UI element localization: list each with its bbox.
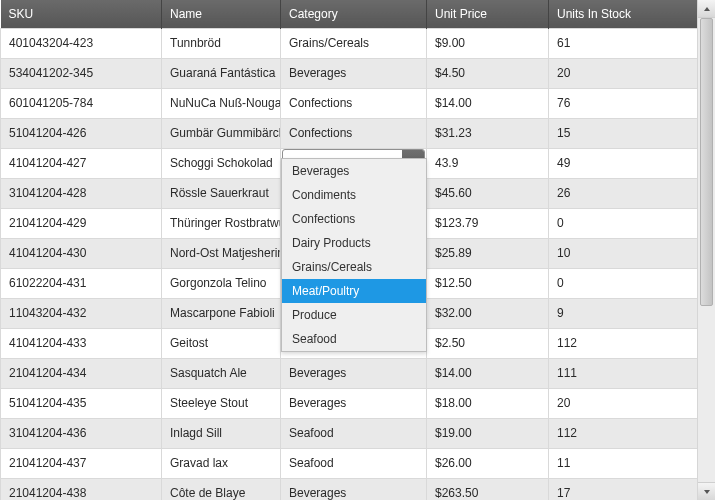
cell-unit-price[interactable]: $4.50 bbox=[427, 58, 549, 88]
cell-units-in_stock[interactable]: 61 bbox=[549, 28, 698, 58]
dropdown-option[interactable]: Meat/Poultry bbox=[282, 279, 426, 303]
cell-units-in_stock[interactable]: 20 bbox=[549, 58, 698, 88]
dropdown-option[interactable]: Confections bbox=[282, 207, 426, 231]
cell-category[interactable]: Seafood bbox=[281, 448, 427, 478]
cell-unit-price[interactable]: $9.00 bbox=[427, 28, 549, 58]
cell-units-in_stock[interactable]: 112 bbox=[549, 328, 698, 358]
table-row[interactable]: 401043204-423TunnbrödGrains/Cereals$9.00… bbox=[1, 28, 698, 58]
cell-sku[interactable]: 31041204-436 bbox=[1, 418, 162, 448]
cell-name[interactable]: Rössle Sauerkraut bbox=[162, 178, 281, 208]
table-row[interactable]: 601041205-784NuNuCa Nuß-Nougat-CremConfe… bbox=[1, 88, 698, 118]
col-header-sku[interactable]: SKU bbox=[1, 0, 162, 28]
cell-sku[interactable]: 21041204-438 bbox=[1, 478, 162, 500]
cell-unit-price[interactable]: $14.00 bbox=[427, 358, 549, 388]
table-row[interactable]: 21041204-434Sasquatch AleBeverages$14.00… bbox=[1, 358, 698, 388]
cell-name[interactable]: Sasquatch Ale bbox=[162, 358, 281, 388]
cell-unit-price[interactable]: $25.89 bbox=[427, 238, 549, 268]
cell-category[interactable]: Seafood bbox=[281, 418, 427, 448]
cell-name[interactable]: NuNuCa Nuß-Nougat-Crem bbox=[162, 88, 281, 118]
category-dropdown-list[interactable]: BeveragesCondimentsConfectionsDairy Prod… bbox=[281, 158, 427, 352]
cell-unit-price[interactable]: $14.00 bbox=[427, 88, 549, 118]
dropdown-option[interactable]: Condiments bbox=[282, 183, 426, 207]
cell-name[interactable]: Côte de Blaye bbox=[162, 478, 281, 500]
dropdown-option[interactable]: Grains/Cereals bbox=[282, 255, 426, 279]
cell-name[interactable]: Tunnbröd bbox=[162, 28, 281, 58]
cell-unit-price[interactable]: $2.50 bbox=[427, 328, 549, 358]
cell-name[interactable]: Gumbär Gummibärchen bbox=[162, 118, 281, 148]
cell-sku[interactable]: 31041204-428 bbox=[1, 178, 162, 208]
cell-category[interactable]: Grains/Cereals bbox=[281, 28, 427, 58]
units-in-stock-input[interactable] bbox=[549, 149, 697, 177]
cell-name[interactable]: Thüringer Rostbratwurst bbox=[162, 208, 281, 238]
cell-unit-price[interactable]: $263.50 bbox=[427, 478, 549, 500]
cell-sku[interactable]: 61022204-431 bbox=[1, 268, 162, 298]
cell-name[interactable]: Steeleye Stout bbox=[162, 388, 281, 418]
table-row[interactable]: 534041202-345Guaraná FantásticaBeverages… bbox=[1, 58, 698, 88]
cell-units-in_stock[interactable]: 9 bbox=[549, 298, 698, 328]
cell-units-in_stock[interactable]: 0 bbox=[549, 268, 698, 298]
cell-units-in_stock[interactable]: 26 bbox=[549, 178, 698, 208]
cell-category[interactable]: Beverages bbox=[281, 58, 427, 88]
cell-name[interactable]: Mascarpone Fabioli bbox=[162, 298, 281, 328]
table-row[interactable]: 51041204-435Steeleye StoutBeverages$18.0… bbox=[1, 388, 698, 418]
cell-unit-price[interactable]: $12.50 bbox=[427, 268, 549, 298]
vertical-scrollbar[interactable] bbox=[697, 0, 715, 500]
cell-unit-price[interactable]: $19.00 bbox=[427, 418, 549, 448]
cell-sku[interactable]: 51041204-426 bbox=[1, 118, 162, 148]
cell-units-in_stock[interactable]: 0 bbox=[549, 208, 698, 238]
cell-name[interactable]: Nord-Ost Matjeshering bbox=[162, 238, 281, 268]
cell-unit-price[interactable]: $32.00 bbox=[427, 298, 549, 328]
cell-category[interactable]: Confections bbox=[281, 88, 427, 118]
cell-sku[interactable]: 41041204-430 bbox=[1, 238, 162, 268]
cell-name[interactable]: Guaraná Fantástica bbox=[162, 58, 281, 88]
table-row[interactable]: 51041204-426Gumbär GummibärchenConfectio… bbox=[1, 118, 698, 148]
table-row[interactable]: 21041204-437Gravad laxSeafood$26.0011 bbox=[1, 448, 698, 478]
cell-sku[interactable]: 534041202-345 bbox=[1, 58, 162, 88]
cell-unit-price[interactable]: $26.00 bbox=[427, 448, 549, 478]
cell-units-in_stock[interactable]: 76 bbox=[549, 88, 698, 118]
cell-sku[interactable]: 51041204-435 bbox=[1, 388, 162, 418]
sku-input[interactable] bbox=[1, 149, 161, 177]
dropdown-option[interactable]: Produce bbox=[282, 303, 426, 327]
name-input[interactable] bbox=[162, 149, 280, 177]
cell-name[interactable]: Gravad lax bbox=[162, 448, 281, 478]
cell-name[interactable]: Geitost bbox=[162, 328, 281, 358]
cell-category[interactable]: Confections bbox=[281, 118, 427, 148]
dropdown-option[interactable]: Beverages bbox=[282, 159, 426, 183]
cell-units-in_stock[interactable]: 111 bbox=[549, 358, 698, 388]
col-header-name[interactable]: Name bbox=[162, 0, 281, 28]
scroll-down-button[interactable] bbox=[698, 482, 715, 500]
cell-sku[interactable]: 21041204-429 bbox=[1, 208, 162, 238]
cell-category[interactable]: Beverages bbox=[281, 478, 427, 500]
cell-units-in_stock[interactable]: 20 bbox=[549, 388, 698, 418]
cell-units-in_stock[interactable]: 17 bbox=[549, 478, 698, 500]
dropdown-option[interactable]: Seafood bbox=[282, 327, 426, 351]
cell-sku[interactable]: 21041204-434 bbox=[1, 358, 162, 388]
cell-units-in_stock[interactable]: 15 bbox=[549, 118, 698, 148]
cell-unit-price[interactable]: $45.60 bbox=[427, 178, 549, 208]
cell-name[interactable]: Inlagd Sill bbox=[162, 418, 281, 448]
cell-units-in_stock[interactable]: 11 bbox=[549, 448, 698, 478]
col-header-unit-price[interactable]: Unit Price bbox=[427, 0, 549, 28]
cell-unit-price[interactable]: $18.00 bbox=[427, 388, 549, 418]
cell-category[interactable]: Beverages bbox=[281, 358, 427, 388]
table-row[interactable]: 31041204-436Inlagd SillSeafood$19.00112 bbox=[1, 418, 698, 448]
table-row[interactable]: 21041204-438Côte de BlayeBeverages$263.5… bbox=[1, 478, 698, 500]
cell-sku[interactable]: 401043204-423 bbox=[1, 28, 162, 58]
scroll-track[interactable] bbox=[698, 18, 715, 482]
cell-name[interactable]: Gorgonzola Telino bbox=[162, 268, 281, 298]
cell-sku[interactable]: 41041204-433 bbox=[1, 328, 162, 358]
unit-price-input[interactable] bbox=[427, 149, 548, 177]
col-header-category[interactable]: Category bbox=[281, 0, 427, 28]
cell-sku[interactable]: 11043204-432 bbox=[1, 298, 162, 328]
cell-units-in_stock[interactable]: 112 bbox=[549, 418, 698, 448]
col-header-units-in-stock[interactable]: Units In Stock bbox=[549, 0, 698, 28]
cell-sku[interactable]: 601041205-784 bbox=[1, 88, 162, 118]
cell-sku[interactable]: 21041204-437 bbox=[1, 448, 162, 478]
cell-unit-price[interactable]: $31.23 bbox=[427, 118, 549, 148]
scroll-up-button[interactable] bbox=[698, 0, 715, 18]
cell-unit-price[interactable]: $123.79 bbox=[427, 208, 549, 238]
cell-category[interactable]: Beverages bbox=[281, 388, 427, 418]
dropdown-option[interactable]: Dairy Products bbox=[282, 231, 426, 255]
cell-units-in_stock[interactable]: 10 bbox=[549, 238, 698, 268]
